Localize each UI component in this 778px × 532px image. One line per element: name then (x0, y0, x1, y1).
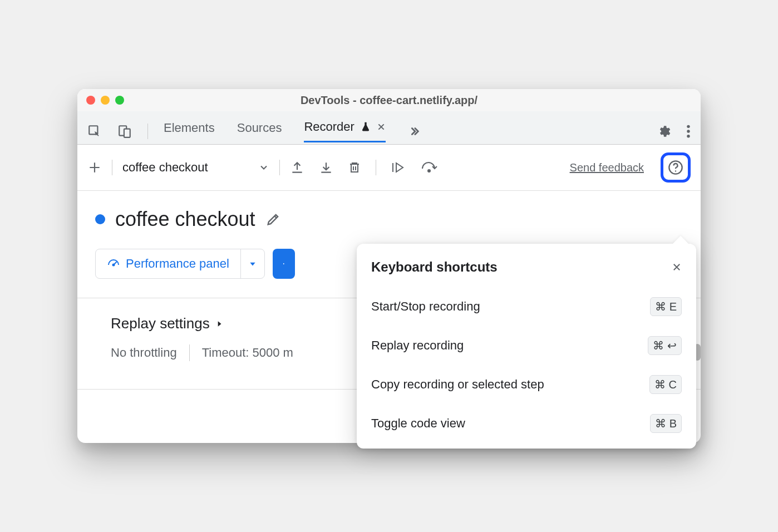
shortcuts-popover: Keyboard shortcuts Start/Stop recording … (357, 244, 696, 449)
panel-tabs: Elements Sources Recorder (164, 120, 642, 142)
performance-panel-button[interactable]: Performance panel (95, 249, 265, 279)
kebab-menu-icon[interactable] (686, 124, 691, 139)
gauge-icon (107, 257, 120, 270)
divider (112, 160, 112, 175)
help-button[interactable] (661, 152, 691, 183)
shortcut-row: Toggle code view ⌘ B (371, 414, 682, 433)
timeout-value: Timeout: 5000 m (202, 346, 293, 360)
svg-rect-2 (124, 129, 130, 137)
recording-title-row: coffee checkout (95, 208, 683, 231)
caret-right-icon (215, 319, 223, 329)
recording-name-label: coffee checkout (122, 160, 208, 175)
chevron-down-icon (258, 162, 269, 173)
titlebar: DevTools - coffee-cart.netlify.app/ (77, 89, 701, 111)
keycap: ⌘ E (650, 297, 682, 316)
flask-icon (360, 121, 371, 132)
shortcut-row: Replay recording ⌘ ↩ (371, 336, 682, 355)
import-icon[interactable] (319, 160, 333, 175)
svg-point-6 (428, 170, 430, 172)
recorder-toolbar: coffee checkout Send feedback (77, 145, 701, 191)
devtools-toolbar: Elements Sources Recorder (77, 111, 701, 145)
keycap: ⌘ ↩ (648, 336, 682, 355)
step-over-icon[interactable] (421, 161, 439, 174)
tab-label: Elements (164, 121, 215, 135)
delete-icon[interactable] (348, 160, 361, 175)
add-recording-icon[interactable] (87, 160, 102, 175)
settings-icon[interactable] (657, 124, 672, 139)
more-tabs-icon[interactable] (408, 125, 420, 137)
tab-elements[interactable]: Elements (164, 121, 215, 142)
window-title: DevTools - coffee-cart.netlify.app/ (77, 94, 701, 107)
keycap: ⌘ B (650, 414, 682, 433)
status-dot (95, 214, 105, 224)
tab-label: Recorder (304, 120, 354, 134)
shortcut-label: Copy recording or selected step (371, 377, 544, 392)
recording-selector[interactable]: coffee checkout (122, 160, 269, 175)
keycap: ⌘ C (649, 375, 682, 394)
tab-sources[interactable]: Sources (237, 121, 282, 142)
replay-button[interactable] (273, 249, 295, 279)
perf-panel-label: Performance panel (126, 257, 229, 271)
throttling-value: No throttling (111, 346, 177, 360)
svg-point-3 (687, 125, 690, 127)
shortcut-row: Start/Stop recording ⌘ E (371, 297, 682, 316)
recording-title: coffee checkout (115, 208, 255, 231)
device-toggle-icon[interactable] (117, 124, 132, 139)
devtools-window: DevTools - coffee-cart.netlify.app/ Elem… (77, 89, 701, 443)
divider (279, 160, 280, 175)
send-feedback-link[interactable]: Send feedback (570, 161, 644, 174)
shortcut-label: Toggle code view (371, 416, 465, 431)
svg-point-4 (687, 130, 690, 132)
tab-label: Sources (237, 121, 282, 135)
popover-title: Keyboard shortcuts (371, 259, 498, 275)
pencil-icon[interactable] (265, 211, 281, 227)
close-icon[interactable] (672, 262, 682, 272)
divider (189, 344, 190, 361)
shortcut-label: Start/Stop recording (371, 299, 480, 314)
divider (376, 160, 376, 175)
replay-settings-label: Replay settings (111, 315, 210, 332)
svg-point-5 (687, 134, 690, 137)
close-tab-icon[interactable] (377, 122, 386, 131)
svg-point-8 (675, 170, 676, 171)
export-icon[interactable] (290, 160, 304, 175)
svg-point-9 (113, 264, 115, 266)
shortcut-label: Replay recording (371, 338, 464, 353)
tab-recorder[interactable]: Recorder (304, 120, 385, 142)
step-icon[interactable] (391, 160, 406, 175)
divider (147, 124, 148, 139)
shortcut-row: Copy recording or selected step ⌘ C (371, 375, 682, 394)
inspect-element-icon[interactable] (87, 124, 102, 139)
perf-panel-dropdown[interactable] (240, 249, 264, 278)
